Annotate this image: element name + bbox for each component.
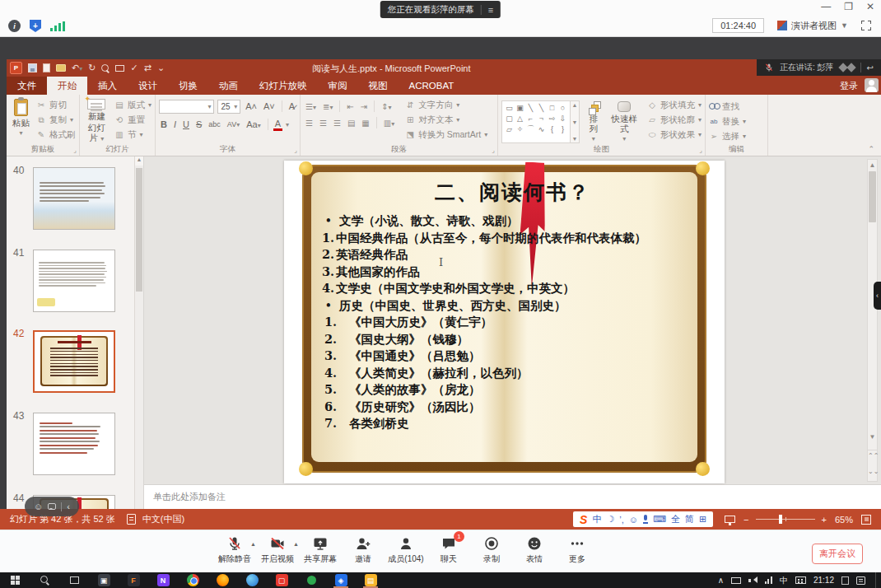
- more-button[interactable]: 更多: [556, 533, 599, 565]
- taskbar-app-4[interactable]: ▢: [267, 572, 296, 588]
- ppt-title-bar[interactable]: P ↶▾ ↻ ✓ ⇄ ⌄ 阅读与人生.pptx - Microsoft Powe…: [7, 59, 881, 77]
- mic-options-caret[interactable]: ▲: [250, 541, 256, 547]
- members-button[interactable]: 成员(104): [385, 533, 427, 565]
- proofing-icon[interactable]: [127, 514, 136, 525]
- tab-view[interactable]: 视图: [358, 77, 399, 95]
- action-center-icon[interactable]: [856, 576, 865, 585]
- tray-touch-keyboard-icon[interactable]: [795, 576, 806, 584]
- replace-button[interactable]: ab替换▾: [709, 114, 746, 128]
- font-color-button[interactable]: A: [273, 119, 282, 131]
- tray-volume-icon[interactable]: [748, 576, 757, 584]
- columns-icon[interactable]: ▥▾: [382, 119, 396, 128]
- scrollbar-thumb[interactable]: [136, 168, 142, 292]
- start-video-button[interactable]: 开启视频 ▲: [256, 533, 299, 565]
- floating-reactions-bar[interactable]: ☺ ‹: [25, 497, 79, 516]
- spellcheck-icon[interactable]: ✓: [130, 63, 138, 72]
- numbering-button[interactable]: ≣▾: [321, 102, 334, 111]
- record-button[interactable]: 录制: [470, 533, 513, 565]
- taskbar-app-2[interactable]: F: [119, 572, 148, 588]
- toolbox-icon[interactable]: ⊞: [699, 514, 706, 525]
- voice-icon[interactable]: [643, 515, 648, 524]
- slide-canvas[interactable]: 二、阅读何书？ •文学（小说、散文、诗歌、戏剧） 1.中国经典作品（从古至今，每…: [284, 161, 725, 483]
- taskbar-app-browser[interactable]: [237, 572, 267, 588]
- sogou-ime-bar[interactable]: S 中 ☽ ’, ☺ ⌨ 全 简 ⊞: [573, 511, 713, 527]
- change-case-button[interactable]: Aa▾: [245, 119, 262, 129]
- font-size-combo[interactable]: 25▾: [217, 100, 240, 114]
- tab-insert[interactable]: 插入: [87, 77, 128, 95]
- thumbnail-slide-41[interactable]: [33, 250, 115, 312]
- new-file-icon[interactable]: [43, 63, 50, 72]
- start-button[interactable]: [0, 572, 30, 588]
- justify-icon[interactable]: ▤: [346, 119, 357, 128]
- align-center-icon[interactable]: ☰: [318, 119, 329, 128]
- sogou-logo[interactable]: S: [580, 513, 587, 526]
- shape-fill-button[interactable]: ◇形状填充▾: [647, 98, 702, 112]
- char-spacing-button[interactable]: AV▾: [226, 120, 241, 128]
- tab-review[interactable]: 审阅: [318, 77, 358, 95]
- italic-button[interactable]: I: [172, 119, 178, 129]
- distributed-icon[interactable]: ▦: [360, 119, 371, 128]
- taskbar-search-icon[interactable]: [30, 572, 59, 588]
- unmute-button[interactable]: 解除静音 ▲: [213, 533, 256, 565]
- dialog-launcher-icon[interactable]: ⌟: [492, 147, 495, 154]
- decrease-indent-icon[interactable]: ⇤: [345, 102, 355, 111]
- clear-formatting-icon[interactable]: A̷: [287, 101, 296, 111]
- return-arrow-icon[interactable]: ↩: [867, 63, 874, 72]
- copy-button[interactable]: ⧉复制▾: [36, 113, 76, 127]
- keyboard-icon[interactable]: ⌨: [653, 514, 666, 525]
- tray-expand-icon[interactable]: ∧: [718, 576, 724, 585]
- tab-slideshow[interactable]: 幻灯片放映: [249, 77, 318, 95]
- align-left-icon[interactable]: ☰: [304, 119, 315, 128]
- slideshow-icon[interactable]: [115, 65, 124, 72]
- reaction-smiley-icon[interactable]: ☺: [34, 502, 43, 511]
- tray-network-icon[interactable]: [765, 576, 772, 584]
- bold-button[interactable]: B: [159, 119, 169, 129]
- tray-ime-label[interactable]: 中: [780, 575, 788, 586]
- invite-button[interactable]: 邀请: [342, 533, 385, 565]
- fit-to-window-icon[interactable]: [861, 515, 871, 525]
- moon-icon[interactable]: ☽: [606, 514, 614, 525]
- taskbar-app-meeting[interactable]: ◈: [326, 572, 356, 588]
- leave-meeting-button[interactable]: 离开会议: [812, 544, 863, 564]
- dialog-launcher-icon[interactable]: ⌟: [699, 147, 702, 154]
- line-spacing-icon[interactable]: ⇕▾: [380, 102, 393, 111]
- zoom-level[interactable]: 65%: [835, 515, 853, 525]
- tab-animations[interactable]: 动画: [208, 77, 249, 95]
- info-icon[interactable]: i: [8, 20, 21, 32]
- quick-styles-button[interactable]: 快速样式▾: [608, 98, 641, 143]
- banner-menu-icon[interactable]: ≡: [481, 5, 493, 15]
- qat-options-icon[interactable]: ⌄: [157, 63, 165, 72]
- tray-display-icon[interactable]: [731, 577, 741, 584]
- collapse-chevron-icon[interactable]: ‹: [67, 502, 70, 511]
- shapes-gallery[interactable]: ▭▣╲╲□○ ▢△⌐¬⇨⇩ ▱✧⌒∿{}: [501, 100, 571, 143]
- share-icon[interactable]: ⇄: [144, 63, 151, 72]
- section-button[interactable]: ▥节▾: [114, 128, 151, 142]
- tab-design[interactable]: 设计: [128, 77, 168, 95]
- thumbnail-slide-40[interactable]: [33, 167, 115, 230]
- view-mode-selector[interactable]: 演讲者视图 ▼: [777, 20, 848, 32]
- emoji-icon[interactable]: ☺: [629, 515, 638, 525]
- zoom-in-button[interactable]: +: [822, 515, 827, 525]
- bullets-button[interactable]: ☰▾: [304, 102, 318, 111]
- previous-slide-button[interactable]: ⌃⌃: [868, 450, 877, 460]
- decrease-font-icon[interactable]: A˅: [262, 101, 277, 111]
- increase-font-icon[interactable]: A˄: [244, 101, 259, 111]
- align-right-icon[interactable]: ☰: [332, 119, 343, 128]
- tray-clock[interactable]: 21:12: [813, 576, 834, 585]
- dialog-launcher-icon[interactable]: ⌟: [73, 147, 77, 154]
- taskbar-app-3[interactable]: N: [148, 572, 178, 588]
- scroll-up-arrow[interactable]: ▲: [135, 156, 143, 166]
- paste-button[interactable]: 粘贴▾: [10, 98, 32, 143]
- find-button[interactable]: 查找: [709, 100, 746, 114]
- shape-effects-button[interactable]: ⬭形状效果▾: [647, 128, 702, 142]
- taskbar-app-chrome[interactable]: [178, 572, 207, 588]
- select-button[interactable]: ➢选择▾: [709, 129, 746, 143]
- chat-button[interactable]: 聊天 1: [427, 533, 470, 565]
- task-view-icon[interactable]: [59, 572, 89, 588]
- security-shield-icon[interactable]: +: [30, 20, 41, 32]
- sign-in-link[interactable]: 登录: [840, 80, 858, 92]
- punctuation-icon[interactable]: ’,: [619, 515, 624, 525]
- tab-acrobat[interactable]: ACROBAT: [399, 77, 465, 95]
- taskbar-app-1[interactable]: ▣: [89, 572, 119, 588]
- fullscreen-icon[interactable]: [861, 21, 871, 30]
